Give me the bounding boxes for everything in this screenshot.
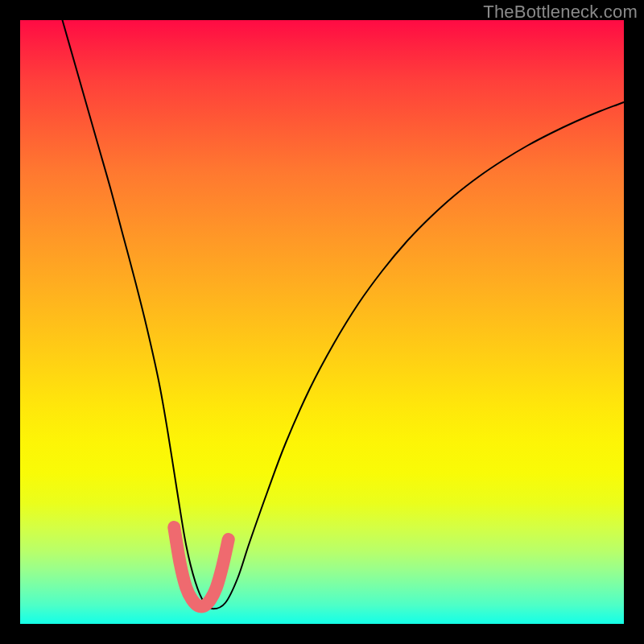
watermark-text: TheBottleneck.com (483, 2, 638, 23)
optimal-zone-highlight (174, 527, 229, 607)
plot-area (20, 20, 624, 624)
bottleneck-curve (63, 20, 625, 609)
chart-svg (20, 20, 624, 624)
